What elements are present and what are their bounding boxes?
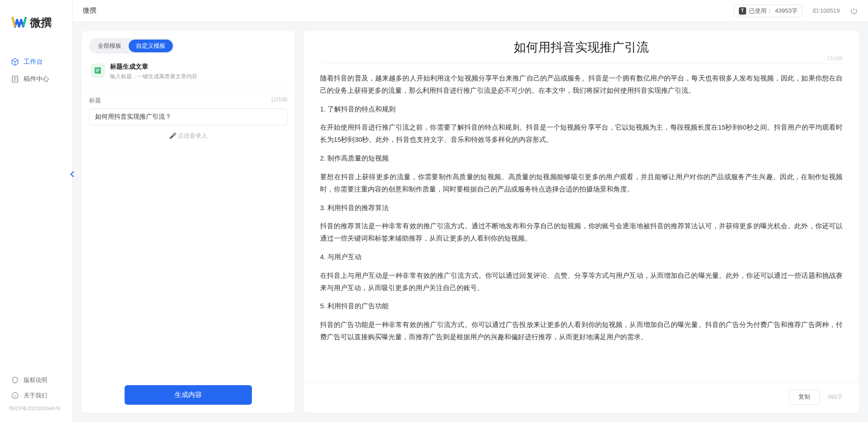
template-icon — [91, 64, 105, 77]
brand-icon — [11, 14, 27, 31]
right-panel: 如何用抖音实现推广引流 11/100 随着抖音的普及，越来越多的人开始利用这个短… — [304, 31, 859, 413]
title-field-head: 标题 12/100 — [89, 96, 287, 105]
template-card[interactable]: 标题生成文章 输入标题，一键生成高质量文章内容 — [89, 60, 287, 88]
cube-icon — [11, 58, 19, 66]
topbar-right: T 已使用： 43953字 ID:100519 — [734, 5, 858, 17]
voice-input-link[interactable]: 🎤 点语音录入 — [89, 132, 287, 140]
copy-button[interactable]: 复制 — [789, 389, 820, 405]
power-icon[interactable] — [850, 7, 858, 15]
doc-icon — [11, 75, 19, 83]
article-paragraph: 1. 了解抖音的特点和规则 — [320, 103, 843, 116]
brand-name: 微撰 — [30, 15, 52, 30]
usage-value: 43953字 — [775, 7, 798, 15]
sidebar-collapse-icon[interactable] — [70, 171, 75, 179]
article-paragraph: 3. 利用抖音的推荐算法 — [320, 202, 843, 214]
user-id: ID:100519 — [813, 7, 840, 14]
article-paragraph: 抖音的推荐算法是一种非常有效的推广引流方式。通过不断地发布和分享自己的短视频，你… — [320, 220, 843, 245]
sidebar-footer: 版权说明 关于我们 鄂ICP备2022016946号 — [0, 372, 72, 422]
template-desc: 输入标题，一键生成高质量文章内容 — [110, 73, 197, 80]
article-title: 如何用抖音实现推广引流 — [320, 39, 843, 55]
article-paragraph: 在抖音上与用户互动是一种非常有效的推广引流方式。你可以通过回复评论、点赞、分享等… — [320, 270, 843, 294]
footer-copyright[interactable]: 版权说明 — [0, 372, 72, 388]
title-counter: 12/100 — [271, 96, 287, 105]
svg-rect-5 — [96, 71, 99, 72]
divider — [82, 88, 295, 88]
sidebar: 微撰 工作台 稿件中心 版权说明 关于我们 鄂ICP备2022 — [0, 0, 73, 422]
article-title-counter: 11/100 — [827, 55, 843, 61]
article-paragraph: 要想在抖音上获得更多的流量，你需要制作高质量的短视频。高质量的短视频能够吸引更多… — [320, 171, 843, 196]
usage-label: 已使用： — [749, 7, 773, 15]
article-scroll[interactable]: 如何用抖音实现推广引流 11/100 随着抖音的普及，越来越多的人开始利用这个短… — [304, 39, 859, 382]
article-paragraph: 2. 制作高质量的短视频 — [320, 152, 843, 165]
topbar-title: 微撰 — [83, 6, 96, 15]
svg-rect-3 — [96, 69, 100, 70]
article-body: 随着抖音的普及，越来越多的人开始利用这个短视频分享平台来推广自己的产品或服务。抖… — [320, 72, 843, 343]
topbar: 微撰 T 已使用： 43953字 ID:100519 — [73, 0, 868, 22]
article-head: 如何用抖音实现推广引流 11/100 — [320, 39, 843, 64]
main: 微撰 T 已使用： 43953字 ID:100519 全部模板 自定义模板 — [73, 0, 868, 422]
title-label: 标题 — [89, 96, 101, 105]
left-panel: 全部模板 自定义模板 标题生成文章 输入标题，一键生成高质量文章内容 标题 12… — [82, 31, 295, 413]
article-paragraph: 随着抖音的普及，越来越多的人开始利用这个短视频分享平台来推广自己的产品或服务。抖… — [320, 72, 843, 97]
info-icon — [11, 392, 19, 400]
article-paragraph: 在开始使用抖音进行推广引流之前，你需要了解抖音的特点和规则。抖音是一个短视频分享… — [320, 121, 843, 146]
nav-workbench[interactable]: 工作台 — [0, 53, 72, 70]
generate-button[interactable]: 生成内容 — [125, 385, 252, 405]
text-icon: T — [739, 7, 746, 15]
usage-badge[interactable]: T 已使用： 43953字 — [734, 5, 803, 17]
nav-drafts[interactable]: 稿件中心 — [0, 70, 72, 88]
shield-icon — [11, 376, 19, 384]
nav-label: 工作台 — [24, 58, 43, 66]
content: 全部模板 自定义模板 标题生成文章 输入标题，一键生成高质量文章内容 标题 12… — [73, 22, 868, 422]
template-title: 标题生成文章 — [110, 63, 197, 71]
nav-label: 稿件中心 — [24, 75, 49, 83]
tab-custom-templates[interactable]: 自定义模板 — [129, 40, 173, 52]
svg-rect-4 — [96, 70, 100, 71]
article-paragraph: 抖音的广告功能是一种非常有效的推广引流方式。你可以通过广告投放来让更多的人看到你… — [320, 319, 843, 343]
title-input[interactable] — [89, 108, 287, 126]
footer-label: 版权说明 — [24, 376, 47, 384]
icp-text: 鄂ICP备2022016946号 — [0, 403, 72, 414]
template-tabs: 全部模板 自定义模板 — [89, 38, 174, 54]
tab-all-templates[interactable]: 全部模板 — [90, 40, 129, 52]
sidebar-nav: 工作台 稿件中心 — [0, 44, 72, 97]
article-char-count: 893字 — [828, 393, 843, 401]
article-paragraph: 5. 利用抖音的广告功能 — [320, 300, 843, 312]
footer-about[interactable]: 关于我们 — [0, 388, 72, 403]
footer-label: 关于我们 — [24, 392, 47, 400]
brand-logo: 微撰 — [0, 14, 72, 44]
article-paragraph: 4. 与用户互动 — [320, 251, 843, 263]
article-footer: 复制 893字 — [304, 382, 859, 413]
